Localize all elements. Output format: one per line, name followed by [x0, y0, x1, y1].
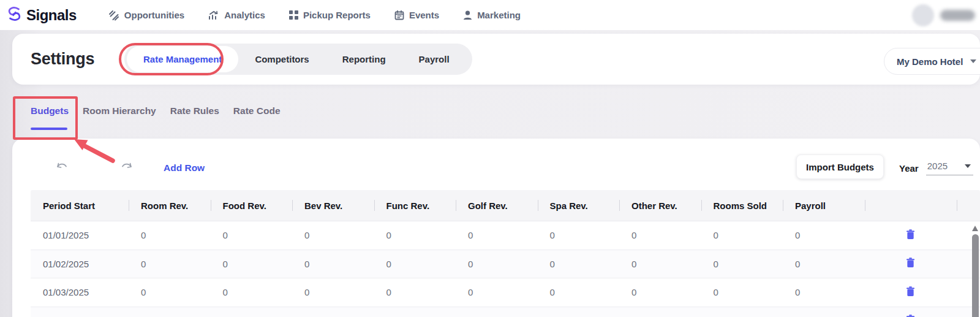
app-logo[interactable]: Signals — [6, 6, 77, 25]
period-start-cell[interactable]: 01/03/2025 — [31, 287, 129, 297]
column-header: Spa Rev. — [538, 190, 620, 221]
func-rev-cell[interactable]: 0 — [374, 259, 456, 269]
func-rev-cell[interactable]: 0 — [374, 287, 456, 297]
active-subtab-underline — [31, 128, 67, 130]
nav-item-label: Marketing — [477, 10, 521, 20]
settings-tab-group: Rate Management Competitors Reporting Pa… — [124, 44, 472, 75]
delete-row-button[interactable] — [865, 286, 957, 299]
user-name-redacted[interactable] — [940, 10, 975, 21]
main-menu: Opportunities Analytics Pickup Reports — [108, 10, 521, 21]
nav-item-events[interactable]: Events — [394, 10, 439, 20]
scrollbar-thumb[interactable] — [972, 234, 979, 317]
add-row-button[interactable]: Add Row — [164, 162, 205, 174]
bev-rev-cell[interactable]: 0 — [292, 230, 374, 240]
food-rev-cell[interactable]: 0 — [211, 259, 293, 269]
column-header-label: Food Rev. — [223, 201, 266, 211]
table-header-row: Period StartRoom Rev.Food Rev.Bev Rev.Fu… — [31, 190, 980, 221]
rooms-sold-cell[interactable]: 0 — [701, 259, 783, 269]
column-header: Other Rev. — [619, 190, 701, 221]
delete-row-button[interactable] — [865, 229, 957, 242]
golf-rev-cell[interactable]: 0 — [456, 259, 538, 269]
nav-item-label: Opportunities — [124, 10, 184, 20]
payroll-cell[interactable]: 0 — [783, 287, 865, 297]
import-budgets-button[interactable]: Import Budgets — [796, 155, 884, 179]
subtab-rate-rules[interactable]: Rate Rules — [170, 105, 219, 116]
table-row: 01/02/2025 0 0 0 0 0 0 0 0 0 — [31, 250, 980, 279]
nav-item-label: Pickup Reports — [303, 10, 371, 20]
nav-item-marketing[interactable]: Marketing — [463, 10, 521, 20]
rate-management-subtabs: Budgets Room Hierarchy Rate Rules Rate C… — [31, 105, 281, 116]
room-rev-cell[interactable]: 0 — [129, 259, 211, 269]
spa-rev-cell[interactable]: 0 — [538, 287, 620, 297]
payroll-cell[interactable]: 0 — [783, 259, 865, 269]
scrollbar-up-arrow[interactable] — [972, 226, 978, 231]
column-header-label: Func Rev. — [386, 201, 430, 211]
bev-rev-cell[interactable]: 0 — [292, 259, 374, 269]
other-rev-cell[interactable]: 0 — [619, 287, 701, 297]
hotel-selector-label: My Demo Hotel — [897, 56, 963, 67]
column-header-label: Spa Rev. — [550, 201, 588, 211]
bev-rev-cell[interactable]: 0 — [292, 287, 374, 297]
subtab-budgets[interactable]: Budgets — [31, 105, 69, 116]
food-rev-cell[interactable]: 0 — [211, 287, 293, 297]
nav-item-pickup-reports[interactable]: Pickup Reports — [289, 10, 371, 20]
tab-reporting[interactable]: Reporting — [326, 46, 402, 72]
page-title: Settings — [31, 50, 94, 69]
column-header: Period Start — [31, 190, 129, 221]
events-icon — [394, 10, 404, 20]
actions-column-header — [865, 190, 957, 221]
other-rev-cell[interactable]: 0 — [619, 259, 701, 269]
signals-logo-icon — [6, 6, 23, 25]
subtab-room-hierarchy[interactable]: Room Hierarchy — [83, 105, 156, 116]
marketing-icon — [463, 10, 472, 20]
column-header-label: Room Rev. — [141, 201, 188, 211]
column-header: Payroll — [783, 190, 865, 221]
period-start-cell[interactable]: 01/02/2025 — [31, 259, 129, 269]
other-rev-cell[interactable]: 0 — [619, 230, 701, 240]
chevron-down-icon — [970, 59, 976, 63]
golf-rev-cell[interactable]: 0 — [456, 287, 538, 297]
rooms-sold-cell[interactable]: 0 — [701, 287, 783, 297]
table-body: 01/01/2025 0 0 0 0 0 0 0 0 0 — [31, 221, 980, 317]
settings-header-card: Settings Rate Management Competitors Rep… — [12, 34, 980, 85]
func-rev-cell[interactable]: 0 — [374, 230, 456, 240]
tab-payroll[interactable]: Payroll — [402, 46, 466, 72]
trash-icon — [906, 258, 915, 270]
room-rev-cell[interactable]: 0 — [129, 230, 211, 240]
subtab-rate-code[interactable]: Rate Code — [233, 105, 281, 116]
spa-rev-cell[interactable]: 0 — [538, 259, 620, 269]
tab-rate-management[interactable]: Rate Management — [127, 46, 238, 72]
nav-item-opportunities[interactable]: Opportunities — [108, 10, 184, 21]
year-dropdown[interactable]: 2025 — [926, 161, 973, 175]
redo-button[interactable] — [118, 161, 134, 174]
nav-item-label: Analytics — [224, 10, 265, 20]
column-header: Room Rev. — [129, 190, 211, 221]
food-rev-cell[interactable]: 0 — [211, 230, 293, 240]
tab-competitors[interactable]: Competitors — [238, 46, 325, 72]
undo-button[interactable] — [55, 161, 71, 174]
pickup-reports-icon — [289, 10, 298, 20]
user-avatar[interactable] — [912, 4, 934, 26]
delete-row-button[interactable] — [865, 258, 957, 270]
golf-rev-cell[interactable]: 0 — [456, 230, 538, 240]
table-row: 01/01/2025 0 0 0 0 0 0 0 0 0 — [31, 221, 980, 250]
payroll-cell[interactable]: 0 — [783, 230, 865, 240]
year-label: Year — [899, 163, 919, 174]
rooms-sold-cell[interactable]: 0 — [701, 230, 783, 240]
nav-item-analytics[interactable]: Analytics — [208, 10, 265, 20]
column-header: Func Rev. — [374, 190, 456, 221]
delete-row-button[interactable] — [865, 315, 957, 317]
column-header-label: Rooms Sold — [714, 201, 767, 211]
column-header: Rooms Sold — [701, 190, 783, 221]
column-header-label: Payroll — [795, 201, 826, 211]
nav-item-label: Events — [409, 10, 439, 20]
budgets-panel: Add Row Import Budgets Year 2025 Period … — [12, 139, 980, 317]
room-rev-cell[interactable]: 0 — [129, 287, 211, 297]
spa-rev-cell[interactable]: 0 — [538, 230, 620, 240]
budgets-table: Period StartRoom Rev.Food Rev.Bev Rev.Fu… — [31, 190, 980, 317]
period-start-cell[interactable]: 01/01/2025 — [31, 230, 129, 240]
column-header-label: Golf Rev. — [468, 201, 508, 211]
analytics-icon — [208, 10, 219, 20]
hotel-selector-dropdown[interactable]: My Demo Hotel — [884, 48, 980, 75]
top-navigation-bar: Signals Opportunities Analytics — [0, 0, 980, 30]
